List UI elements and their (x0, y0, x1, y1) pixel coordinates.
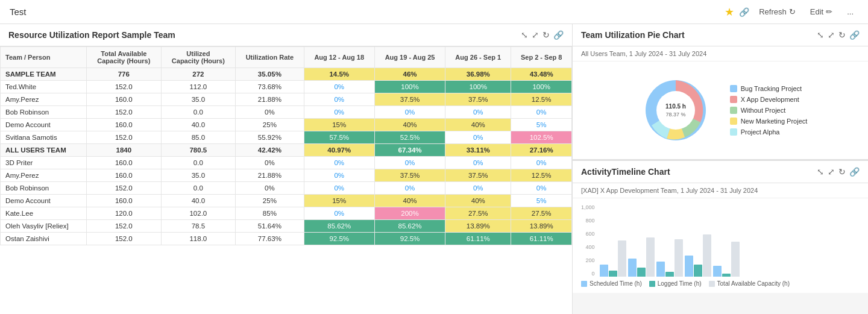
pie-panel-header: Team Utilization Pie Chart ⤡ ⤢ ↻ 🔗 (573, 24, 868, 46)
cell-available-11: 120.0 (87, 207, 162, 220)
bar-area: 1,000 800 600 400 200 0 (573, 198, 868, 293)
cell-w1-6: 40.97% (304, 144, 374, 157)
legend-bug-label: Bug Tracking Project (741, 85, 802, 92)
cell-w2-10: 40% (374, 195, 445, 207)
cell-w3-8: 37.5% (445, 169, 511, 182)
svg-point-1 (656, 91, 695, 130)
star-icon[interactable]: ★ (725, 5, 734, 19)
cell-w4-10: 5% (511, 195, 572, 207)
bar-logged-4 (694, 265, 702, 277)
bar-logged-2 (637, 268, 646, 277)
bar-scheduled-2 (628, 259, 637, 277)
col-team-person: Team / Person (1, 47, 87, 68)
refresh-button[interactable]: Refresh ↻ (754, 5, 800, 19)
cell-available-13: 152.0 (87, 233, 162, 245)
bar-scheduled-1 (600, 265, 608, 277)
pie-minimize-icon[interactable]: ⤡ (817, 30, 824, 40)
cell-w2-3: 0% (374, 106, 445, 119)
cell-rate-9: 0% (236, 182, 304, 195)
chart-legend-scheduled-dot (581, 281, 587, 287)
cell-w3-7: 0% (445, 157, 511, 169)
timeline-subtitle: [XAD] X App Development Team, 1 July 202… (573, 183, 868, 198)
minimize-icon[interactable]: ⤡ (521, 30, 528, 40)
legend-xapp-label: X App Development (741, 96, 799, 103)
refresh-icon[interactable]: ↻ (542, 30, 550, 40)
cell-w2-8: 37.5% (374, 169, 445, 182)
cell-name-9: Bob Robinson (1, 182, 87, 195)
col-w4: Sep 2 - Sep 8 (511, 47, 572, 68)
legend-alpha-label: Project Alpha (741, 128, 780, 136)
cell-w2-6: 67.34% (374, 144, 445, 157)
cell-name-4: Demo Account (1, 119, 87, 131)
bar-group-4 (685, 234, 711, 277)
cell-w3-6: 33.11% (445, 144, 511, 157)
bar-group-5 (713, 242, 740, 277)
legend-no-dot (730, 107, 737, 114)
y-600: 600 (586, 231, 595, 237)
cell-available-3: 152.0 (87, 106, 162, 119)
pie-area: 110.5 h 78.37 % Bug Tracking Project X A… (573, 61, 868, 159)
bar-logged-1 (609, 271, 617, 277)
cell-rate-3: 0% (236, 106, 304, 119)
cell-w2-2: 37.5% (374, 93, 445, 106)
cell-available-2: 160.0 (87, 93, 162, 106)
cell-name-10: Demo Account (1, 195, 87, 207)
legend-no-project: Without Project (730, 107, 808, 114)
pie-chart-panel: Team Utilization Pie Chart ⤡ ⤢ ↻ 🔗 All U… (573, 24, 868, 161)
left-panel-actions: ⤡ ⤢ ↻ 🔗 (521, 30, 564, 40)
pie-maximize-icon[interactable]: ⤢ (828, 30, 835, 40)
legend-marketing-label: New Marketing Project (741, 118, 808, 125)
timeline-maximize-icon[interactable]: ⤢ (828, 167, 835, 177)
cell-w3-0: 36.98% (445, 68, 511, 81)
bar-group-1 (600, 240, 626, 277)
legend-bug-dot (730, 85, 737, 92)
more-button[interactable]: ... (842, 5, 858, 19)
maximize-icon[interactable]: ⤢ (532, 30, 539, 40)
chart-legend-capacity-dot (709, 281, 715, 287)
link-icon[interactable]: 🔗 (739, 7, 749, 17)
cell-rate-12: 51.64% (236, 220, 304, 233)
col-utilized: UtilizedCapacity (Hours) (161, 47, 236, 68)
cell-w3-9: 0% (445, 182, 511, 195)
chart-legend-scheduled-label: Scheduled Time (h) (590, 280, 642, 287)
cell-w1-5: 57.5% (304, 131, 374, 144)
cell-name-7: 3D Priter (1, 157, 87, 169)
cell-w4-4: 5% (511, 119, 572, 131)
cell-w1-4: 15% (304, 119, 374, 131)
share-icon[interactable]: 🔗 (553, 30, 564, 40)
cell-w1-12: 85.62% (304, 220, 374, 233)
cell-w4-1: 100% (511, 81, 572, 93)
top-bar-actions: ★ 🔗 Refresh ↻ Edit ✏ ... (725, 5, 858, 19)
bar-scheduled-4 (685, 256, 693, 277)
bar-group-2 (628, 237, 655, 277)
timeline-share-icon[interactable]: 🔗 (849, 167, 860, 177)
bar-logged-3 (665, 272, 674, 277)
cell-w4-3: 0% (511, 106, 572, 119)
cell-w3-12: 13.89% (445, 220, 511, 233)
bar-capacity-2 (646, 237, 655, 277)
left-panel-header: Resource Utilization Report Sample Team … (0, 24, 572, 46)
pie-refresh-icon[interactable]: ↻ (838, 30, 846, 40)
cell-w4-8: 12.5% (511, 169, 572, 182)
edit-button[interactable]: Edit ✏ (805, 5, 837, 19)
timeline-minimize-icon[interactable]: ⤡ (817, 167, 824, 177)
y-400: 400 (586, 244, 595, 250)
legend-bug-tracking: Bug Tracking Project (730, 85, 808, 92)
cell-name-0: SAMPLE TEAM (1, 68, 87, 81)
legend-xapp-dot (730, 96, 737, 103)
cell-w3-1: 100% (445, 81, 511, 93)
chart-legend-capacity-label: Total Available Capacity (h) (717, 280, 790, 287)
bar-capacity-5 (731, 242, 740, 277)
col-w2: Aug 19 - Aug 25 (374, 47, 445, 68)
timeline-title: ActivityTimeline Chart (581, 167, 670, 177)
timeline-refresh-icon[interactable]: ↻ (838, 167, 846, 177)
timeline-panel-header: ActivityTimeline Chart ⤡ ⤢ ↻ 🔗 (573, 161, 868, 183)
cell-utilized-11: 102.0 (161, 207, 236, 220)
left-panel-title: Resource Utilization Report Sample Team (8, 30, 175, 40)
cell-w2-13: 92.5% (374, 233, 445, 245)
pie-legend: Bug Tracking Project X App Development W… (730, 85, 808, 136)
cell-available-12: 152.0 (87, 220, 162, 233)
pie-share-icon[interactable]: 🔗 (849, 30, 860, 40)
svg-text:78.37 %: 78.37 % (665, 111, 685, 118)
cell-w1-2: 0% (304, 93, 374, 106)
